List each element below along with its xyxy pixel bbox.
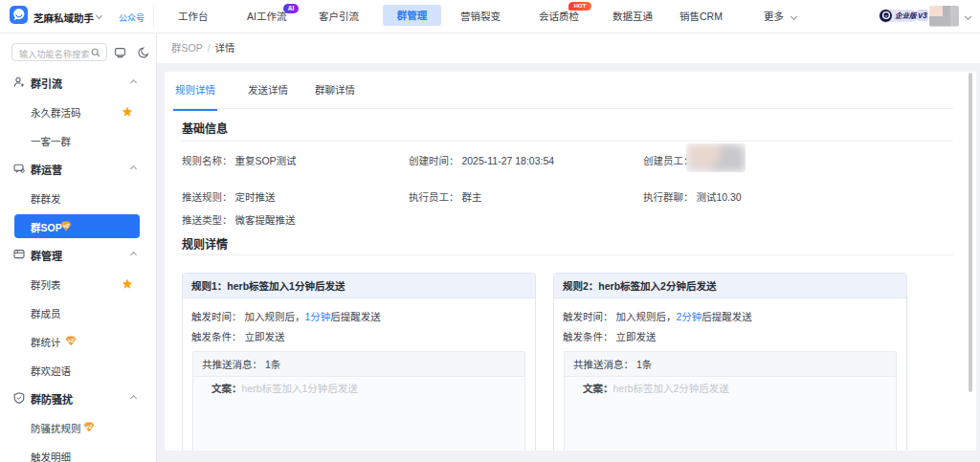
svg-text:v2: v2	[63, 223, 70, 229]
svg-text:v2: v2	[68, 338, 75, 343]
svg-text:v2: v2	[86, 424, 93, 429]
